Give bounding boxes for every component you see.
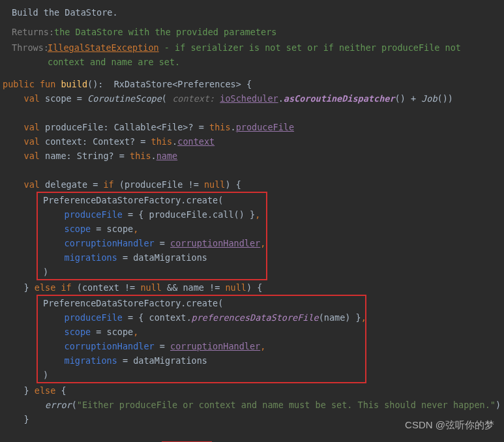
- ident: produceFile: [149, 209, 207, 220]
- punct: (: [72, 400, 77, 410]
- ident: context: Context? =: [40, 136, 151, 147]
- code-text: = dataMigrations: [117, 252, 207, 263]
- code-line[interactable]: error("Either produceFile or context and…: [0, 398, 504, 412]
- comma: ,: [361, 312, 366, 323]
- punct: ): [496, 400, 501, 410]
- doc-throws-label: Throws:: [12, 40, 48, 69]
- code-text: (context !=: [72, 282, 141, 293]
- punct: .: [186, 312, 191, 323]
- punct: (: [319, 312, 324, 323]
- punct: .: [278, 93, 284, 104]
- ref-link[interactable]: produceFile: [236, 122, 294, 132]
- named-arg: migrations: [65, 355, 117, 366]
- doc-returns-text: the DataStore with the provided paramete…: [54, 25, 276, 39]
- ref-link[interactable]: ioScheduler: [220, 93, 278, 104]
- ref-link[interactable]: corruptionHandler: [170, 238, 260, 248]
- code-line[interactable]: produceFile = { produceFile.call() },: [40, 207, 263, 222]
- keyword: this: [151, 136, 173, 147]
- code-line[interactable]: scope = scope,: [40, 222, 263, 236]
- comma: ,: [260, 238, 265, 248]
- code-line: [0, 163, 504, 177]
- ref-link[interactable]: context: [177, 136, 215, 147]
- keyword: else: [35, 282, 56, 293]
- code-line[interactable]: public fun build(): RxDataStore<Preferen…: [0, 77, 504, 91]
- code-line[interactable]: val produceFile: Callable<File>? = this.…: [0, 120, 504, 134]
- doc-throws-content: IllegalStateException - if serializer is…: [48, 40, 492, 69]
- ident: scope =: [40, 93, 87, 104]
- type-ref: Job: [421, 93, 437, 104]
- highlight-box-1: PreferenceDataStoreFactory.create( produ…: [37, 192, 267, 280]
- comma: ,: [255, 209, 260, 220]
- code-line[interactable]: val scope = CoroutineScope( context: ioS…: [0, 91, 504, 106]
- ident: name: [324, 312, 346, 323]
- code-line[interactable]: ): [40, 368, 363, 382]
- method-call: asCoroutineDispatcher: [284, 93, 395, 104]
- code-line[interactable]: PreferenceDataStoreFactory.create(: [40, 193, 263, 207]
- code-line[interactable]: corruptionHandler = corruptionHandler,: [40, 236, 263, 250]
- code-line[interactable]: produceFile = { context.preferencesDataS…: [40, 310, 363, 325]
- keyword: this: [130, 151, 151, 161]
- named-arg: scope: [65, 224, 91, 234]
- code-line[interactable]: } else if (context != null && name != nu…: [0, 280, 504, 295]
- code-text: = scope: [91, 327, 133, 337]
- code-line[interactable]: val context: Context? = this.context: [0, 134, 504, 149]
- named-arg: scope: [65, 327, 91, 337]
- keyword: fun: [40, 79, 55, 89]
- comma: ,: [260, 341, 265, 351]
- punct: .: [231, 122, 236, 132]
- code-line[interactable]: corruptionHandler = corruptionHandler,: [40, 339, 363, 353]
- punct: }: [24, 414, 29, 424]
- keyword: this: [209, 122, 231, 132]
- keyword: else: [35, 385, 56, 396]
- code-text: =: [155, 238, 170, 248]
- method-call: preferencesDataStoreFile: [192, 312, 319, 323]
- code-line[interactable]: } else {: [0, 383, 504, 398]
- code-text: (produceFile !=: [114, 179, 204, 190]
- doc-returns-row: Returns: the DataStore with the provided…: [12, 25, 492, 39]
- doc-title: Build the DataStore.: [12, 5, 492, 20]
- watermark-text: CSDN @弦听你的梦: [405, 418, 494, 432]
- keyword: public: [3, 79, 35, 89]
- ref-link[interactable]: name: [156, 151, 178, 161]
- code-text: ()): [437, 93, 453, 104]
- code-line[interactable]: ): [40, 265, 263, 279]
- named-arg: produceFile: [65, 209, 123, 220]
- doc-returns-label: Returns:: [12, 25, 54, 39]
- doc-exception-link[interactable]: IllegalStateException: [48, 42, 159, 53]
- punct: (: [162, 93, 167, 104]
- keyword: val: [24, 122, 40, 132]
- code-line[interactable]: val delegate = if (produceFile != null) …: [0, 177, 504, 192]
- code-text: = {: [123, 312, 149, 323]
- keyword: val: [24, 179, 40, 190]
- code-line[interactable]: PreferenceDataStoreFactory.create(: [40, 296, 363, 310]
- code-text: {: [55, 385, 66, 396]
- code-text: () +: [395, 93, 422, 104]
- named-arg: corruptionHandler: [65, 238, 155, 248]
- function-call: error: [45, 400, 72, 410]
- keyword: val: [24, 151, 40, 161]
- code-text: = scope: [91, 224, 133, 234]
- comma: ,: [133, 224, 138, 234]
- code-text: ) }: [345, 312, 361, 323]
- function-name: build: [61, 79, 87, 89]
- keyword: if: [103, 179, 113, 190]
- code-line[interactable]: scope = scope,: [40, 325, 363, 339]
- punct: .: [151, 151, 156, 161]
- code-line[interactable]: val name: String? = this.name: [0, 149, 504, 163]
- highlight-box-2: PreferenceDataStoreFactory.create( produ…: [37, 295, 366, 383]
- code-text: = dataMigrations: [117, 355, 207, 366]
- code-text: .call() }: [207, 209, 255, 220]
- code-line[interactable]: migrations = dataMigrations: [40, 353, 363, 368]
- code-text: && name !=: [162, 282, 226, 293]
- named-arg: migrations: [65, 252, 117, 263]
- code-text: ) {: [246, 282, 262, 293]
- ref-link[interactable]: corruptionHandler: [170, 341, 260, 351]
- code-text: =: [155, 341, 170, 351]
- doc-throws-row: Throws: IllegalStateException - if seria…: [12, 40, 492, 69]
- ident: delegate =: [40, 179, 104, 190]
- keyword: null: [140, 282, 162, 293]
- code-line[interactable]: migrations = dataMigrations: [40, 250, 263, 265]
- keyword: null: [225, 282, 246, 293]
- ident: name: String? =: [40, 151, 130, 161]
- named-arg: corruptionHandler: [65, 341, 155, 351]
